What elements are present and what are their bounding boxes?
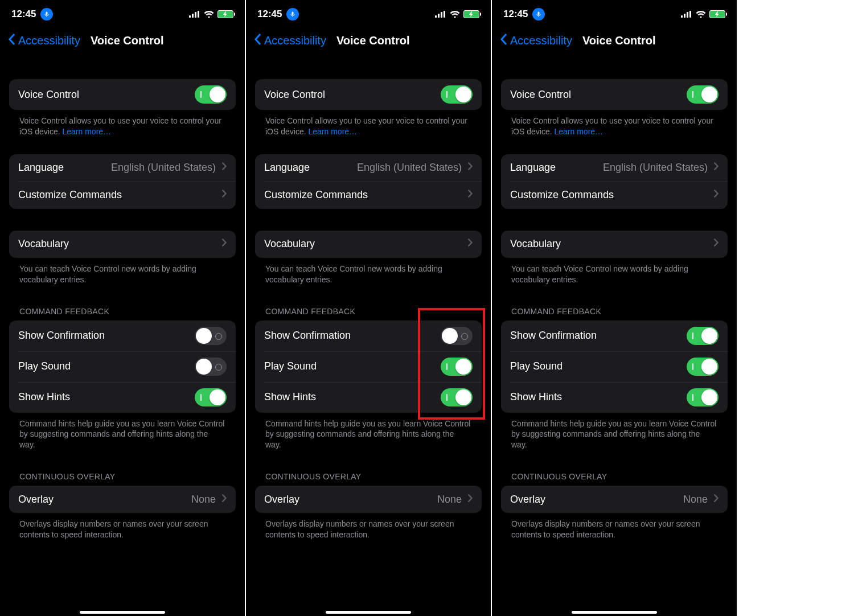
content-scroll[interactable]: Voice ControlVoice Control allows you to…	[0, 58, 245, 546]
status-time: 12:45	[257, 9, 282, 20]
page-title: Voice Control	[91, 34, 164, 47]
show-hints-toggle[interactable]	[687, 388, 719, 406]
continuous-overlay-header: CONTINUOUS OVERLAY	[9, 472, 236, 486]
wifi-icon	[204, 10, 214, 18]
customize-commands-label: Customize Commands	[510, 189, 614, 201]
vocabulary-group: Vocabulary	[501, 231, 728, 258]
home-indicator[interactable]	[572, 611, 657, 614]
continuous-overlay-group: OverlayNone	[255, 486, 482, 513]
svg-rect-6	[441, 12, 442, 18]
continuous-overlay-group: OverlayNone	[9, 486, 236, 513]
voice-control-toggle[interactable]	[441, 85, 473, 104]
customize-commands-label: Customize Commands	[264, 189, 368, 201]
language-row[interactable]: LanguageEnglish (United States)	[255, 154, 482, 182]
chevron-right-icon	[713, 189, 719, 201]
vocabulary-footer: You can teach Voice Control new words by…	[255, 258, 482, 285]
play-sound-label: Play Sound	[264, 360, 317, 372]
show-confirmation-toggle[interactable]	[195, 327, 227, 345]
vocabulary-row[interactable]: Vocabulary	[9, 231, 236, 258]
content-scroll[interactable]: Voice ControlVoice Control allows you to…	[492, 58, 737, 546]
vocabulary-row[interactable]: Vocabulary	[501, 231, 728, 258]
home-indicator[interactable]	[80, 611, 165, 614]
learn-more-link[interactable]: Learn more…	[62, 127, 111, 136]
svg-rect-1	[192, 14, 194, 18]
nav-bar: AccessibilityVoice Control	[246, 28, 491, 58]
language-row[interactable]: LanguageEnglish (United States)	[9, 154, 236, 182]
voice-control-group: Voice Control	[9, 79, 236, 110]
back-label: Accessibility	[264, 34, 326, 47]
show-hints-row: Show Hints	[255, 382, 482, 413]
svg-rect-3	[198, 11, 199, 18]
show-hints-toggle[interactable]	[441, 388, 473, 406]
chevron-right-icon	[467, 162, 473, 174]
show-confirmation-toggle[interactable]	[441, 327, 473, 345]
svg-rect-5	[438, 14, 440, 18]
voice-control-toggle[interactable]	[687, 85, 719, 104]
show-confirmation-toggle[interactable]	[687, 327, 719, 345]
learn-more-link[interactable]: Learn more…	[554, 127, 603, 136]
mic-active-icon	[40, 8, 53, 20]
phone-screen-3: 12:45AccessibilityVoice ControlVoice Con…	[492, 0, 737, 616]
voice-control-toggle[interactable]	[195, 85, 227, 104]
play-sound-toggle[interactable]	[441, 358, 473, 376]
command-feedback-group: Show ConfirmationPlay SoundShow Hints	[9, 321, 236, 413]
show-hints-toggle[interactable]	[195, 388, 227, 406]
chevron-left-icon	[500, 33, 508, 48]
status-time: 12:45	[503, 9, 528, 20]
voice-control-group: Voice Control	[501, 79, 728, 110]
overlay-row[interactable]: OverlayNone	[9, 486, 236, 513]
chevron-right-icon	[467, 189, 473, 201]
svg-rect-10	[687, 12, 688, 18]
voice-control-label: Voice Control	[264, 89, 325, 101]
vocabulary-label: Vocabulary	[510, 238, 561, 250]
overlay-row[interactable]: OverlayNone	[501, 486, 728, 513]
language-value: English (United States)	[357, 162, 462, 174]
play-sound-row: Play Sound	[501, 351, 728, 382]
customize-commands-row[interactable]: Customize Commands	[255, 182, 482, 209]
language-label: Language	[510, 162, 556, 174]
language-row[interactable]: LanguageEnglish (United States)	[501, 154, 728, 182]
show-confirmation-label: Show Confirmation	[510, 330, 597, 342]
back-label: Accessibility	[18, 34, 80, 47]
overlay-row[interactable]: OverlayNone	[255, 486, 482, 513]
wifi-icon	[696, 10, 706, 18]
page-title: Voice Control	[336, 34, 410, 47]
show-confirmation-row: Show Confirmation	[9, 321, 236, 351]
back-button[interactable]: Accessibility	[500, 33, 572, 48]
learn-more-link[interactable]: Learn more…	[308, 127, 357, 136]
back-button[interactable]: Accessibility	[8, 33, 80, 48]
continuous-overlay-header: CONTINUOUS OVERLAY	[501, 472, 728, 486]
customize-commands-row[interactable]: Customize Commands	[501, 182, 728, 209]
svg-rect-11	[689, 11, 691, 18]
chevron-right-icon	[467, 238, 473, 250]
language-value: English (United States)	[603, 162, 708, 174]
back-button[interactable]: Accessibility	[254, 33, 326, 48]
chevron-right-icon	[713, 238, 719, 250]
vocabulary-footer: You can teach Voice Control new words by…	[501, 258, 728, 285]
status-bar: 12:45	[246, 0, 491, 28]
vocabulary-row[interactable]: Vocabulary	[255, 231, 482, 258]
language-group: LanguageEnglish (United States)Customize…	[9, 154, 236, 209]
language-group: LanguageEnglish (United States)Customize…	[255, 154, 482, 209]
show-hints-label: Show Hints	[264, 391, 316, 403]
svg-rect-4	[435, 15, 437, 18]
battery-charging-icon	[463, 10, 479, 18]
play-sound-toggle[interactable]	[195, 358, 227, 376]
vocabulary-footer: You can teach Voice Control new words by…	[9, 258, 236, 285]
play-sound-toggle[interactable]	[687, 358, 719, 376]
command-feedback-header: COMMAND FEEDBACK	[9, 307, 236, 321]
chevron-right-icon	[221, 162, 227, 174]
voice-control-footer: Voice Control allows you to use your voi…	[501, 110, 728, 137]
customize-commands-row[interactable]: Customize Commands	[9, 182, 236, 209]
content-scroll[interactable]: Voice ControlVoice Control allows you to…	[246, 58, 491, 546]
wifi-icon	[450, 10, 460, 18]
home-indicator[interactable]	[326, 611, 411, 614]
show-confirmation-label: Show Confirmation	[18, 330, 105, 342]
chevron-right-icon	[713, 162, 719, 174]
cellular-signal-icon	[681, 11, 692, 18]
voice-control-label: Voice Control	[510, 89, 571, 101]
overlay-label: Overlay	[264, 494, 299, 506]
voice-control-footer: Voice Control allows you to use your voi…	[9, 110, 236, 137]
back-label: Accessibility	[510, 34, 572, 47]
status-time: 12:45	[11, 9, 36, 20]
